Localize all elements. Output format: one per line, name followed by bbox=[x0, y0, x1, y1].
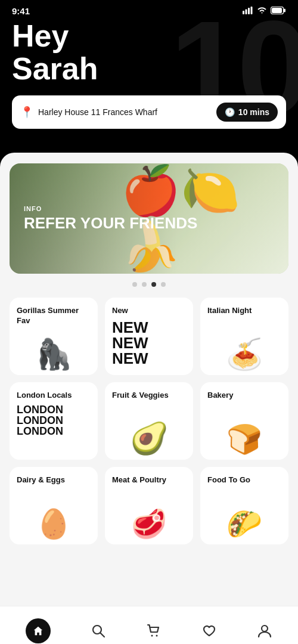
meat-poultry-card-title: Meat & Poultry bbox=[112, 475, 186, 485]
dairy-eggs-card-title: Dairy & Eggs bbox=[17, 475, 91, 485]
svg-rect-2 bbox=[248, 8, 250, 14]
carousel-dot-1 bbox=[132, 282, 137, 287]
delivery-time-badge: 🕐 10 mins bbox=[216, 103, 278, 122]
bakery-card-title: Bakery bbox=[207, 391, 281, 401]
svg-rect-6 bbox=[272, 8, 282, 13]
london-locals-card-subtitle: LONDONLONDONLONDON bbox=[17, 404, 91, 436]
category-new[interactable]: New NEWNEWNEW bbox=[105, 298, 193, 375]
location-info: 📍 Harley House 11 Frances Wharf bbox=[20, 106, 157, 119]
category-bakery[interactable]: Bakery 🍞 bbox=[200, 382, 288, 460]
bottom-navigation bbox=[0, 606, 298, 644]
nav-search[interactable] bbox=[82, 620, 114, 642]
location-address: Harley House 11 Frances Wharf bbox=[38, 107, 157, 117]
signal-icon bbox=[243, 6, 253, 16]
status-icons bbox=[243, 6, 286, 16]
meat-poultry-card-image: 🥩 bbox=[112, 491, 186, 538]
battery-icon bbox=[271, 6, 286, 16]
nav-home[interactable] bbox=[17, 615, 59, 644]
new-card-title: New bbox=[112, 306, 186, 316]
banner-text-content: INFO REFER YOUR FRIENDS bbox=[10, 163, 288, 274]
category-gorillas-summer-fav[interactable]: Gorillas Summer Fav 🦍 bbox=[10, 298, 98, 375]
italian-night-card-title: Italian Night bbox=[207, 306, 281, 316]
dairy-eggs-card-image: 🥚 bbox=[17, 491, 91, 538]
status-time: 9:41 bbox=[12, 6, 30, 16]
carousel-dot-4 bbox=[161, 282, 166, 287]
fruit-veggies-card-image: 🥑 bbox=[112, 407, 186, 454]
delivery-time: 10 mins bbox=[238, 107, 269, 117]
clock-icon: 🕐 bbox=[225, 107, 235, 117]
main-content: 🍎🍋🍌 INFO REFER YOUR FRIENDS Gorillas Sum… bbox=[0, 153, 298, 606]
banner-title: REFER YOUR FRIENDS bbox=[24, 215, 274, 232]
category-food-to-go[interactable]: Food To Go 🌮 bbox=[200, 467, 288, 544]
cart-icon bbox=[146, 623, 162, 639]
nav-cart[interactable] bbox=[138, 620, 170, 642]
carousel-dot-2 bbox=[142, 282, 147, 287]
wifi-icon bbox=[257, 6, 267, 16]
bakery-card-image: 🍞 bbox=[207, 407, 281, 454]
food-to-go-card-title: Food To Go bbox=[207, 475, 281, 485]
svg-rect-5 bbox=[284, 9, 285, 13]
location-pin-icon: 📍 bbox=[20, 106, 33, 119]
svg-point-11 bbox=[262, 626, 268, 631]
category-meat-poultry[interactable]: Meat & Poultry 🥩 bbox=[105, 467, 193, 544]
category-dairy-eggs[interactable]: Dairy & Eggs 🥚 bbox=[10, 467, 98, 544]
promo-banner[interactable]: 🍎🍋🍌 INFO REFER YOUR FRIENDS bbox=[10, 163, 288, 274]
carousel-dot-3 bbox=[151, 282, 156, 287]
carousel-dots bbox=[10, 282, 288, 287]
category-italian-night[interactable]: Italian Night 🍝 bbox=[200, 298, 288, 375]
nav-favorites[interactable] bbox=[193, 620, 225, 642]
status-bar: 9:41 bbox=[0, 0, 298, 20]
gorillas-card-title: Gorillas Summer Fav bbox=[17, 306, 91, 326]
heart-icon bbox=[201, 623, 217, 639]
food-to-go-card-image: 🌮 bbox=[207, 491, 281, 538]
location-bar[interactable]: 📍 Harley House 11 Frances Wharf 🕐 10 min… bbox=[12, 95, 286, 129]
category-grid: Gorillas Summer Fav 🦍 New NEWNEWNEW Ital… bbox=[10, 298, 288, 544]
category-london-locals[interactable]: London Locals LONDONLONDONLONDON bbox=[10, 382, 98, 460]
svg-rect-0 bbox=[243, 11, 244, 14]
svg-rect-3 bbox=[251, 7, 253, 14]
london-locals-card-title: London Locals bbox=[17, 391, 91, 401]
italian-night-card-image: 🍝 bbox=[207, 322, 281, 369]
fruit-veggies-card-title: Fruit & Veggies bbox=[112, 391, 186, 401]
svg-point-10 bbox=[156, 635, 157, 637]
profile-icon bbox=[257, 623, 272, 639]
greeting: Hey Sarah bbox=[12, 20, 286, 85]
banner-info-label: INFO bbox=[24, 205, 274, 212]
gorillas-card-image: 🦍 bbox=[17, 332, 91, 369]
svg-line-8 bbox=[101, 633, 105, 637]
search-icon bbox=[91, 623, 106, 639]
header: 10 Hey Sarah 📍 Harley House 11 Frances W… bbox=[0, 20, 298, 153]
home-icon bbox=[26, 618, 51, 643]
svg-rect-1 bbox=[246, 10, 247, 15]
new-card-subtitle: NEWNEWNEW bbox=[112, 320, 186, 366]
category-fruit-veggies[interactable]: Fruit & Veggies 🥑 bbox=[105, 382, 193, 460]
svg-point-9 bbox=[151, 635, 153, 637]
nav-profile[interactable] bbox=[249, 620, 281, 642]
